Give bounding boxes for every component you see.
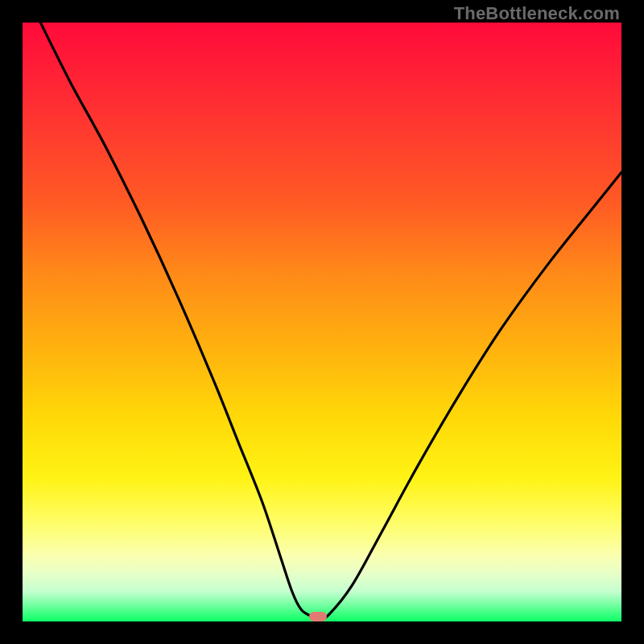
min-point-marker bbox=[309, 612, 327, 621]
bottleneck-curve-path bbox=[40, 23, 621, 619]
watermark-text: TheBottleneck.com bbox=[454, 3, 620, 24]
chart-frame: TheBottleneck.com bbox=[0, 0, 644, 644]
plot-area bbox=[23, 23, 621, 621]
curve-svg bbox=[23, 23, 621, 621]
